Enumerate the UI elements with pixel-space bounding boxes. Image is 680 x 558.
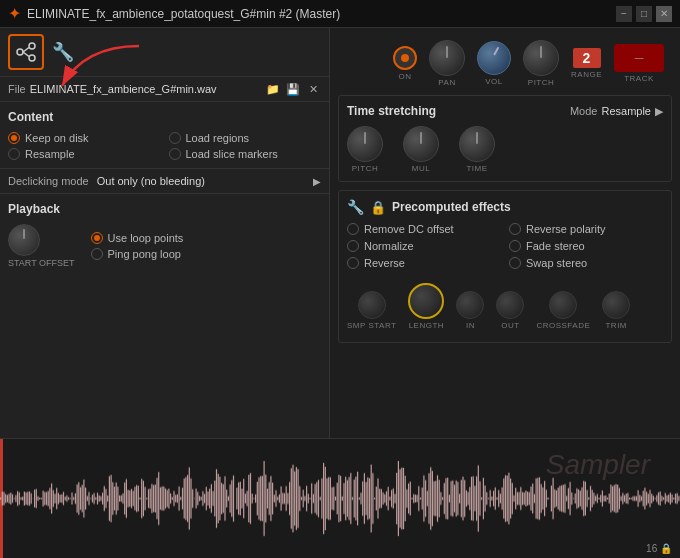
on-button[interactable] <box>393 46 417 70</box>
svg-point-3 <box>29 55 35 61</box>
normalize-option[interactable]: Normalize <box>347 240 501 252</box>
in-label: IN <box>466 321 475 330</box>
length-knob[interactable] <box>408 283 444 319</box>
vol-knob[interactable] <box>477 41 511 75</box>
ts-mul-knob[interactable] <box>403 126 439 162</box>
keep-on-disk-radio[interactable] <box>8 132 20 144</box>
declicking-dropdown-arrow[interactable]: ▶ <box>313 176 321 187</box>
swap-stereo-label: Swap stereo <box>526 257 587 269</box>
resample-option[interactable]: Resample <box>8 148 161 160</box>
remove-dc-radio[interactable] <box>347 223 359 235</box>
swap-stereo-radio[interactable] <box>509 257 521 269</box>
pan-label: PAN <box>438 78 455 87</box>
crossfade-knob[interactable] <box>549 291 577 319</box>
out-control: OUT <box>496 291 524 330</box>
crossfade-label: CROSSFADE <box>536 321 590 330</box>
load-regions-radio[interactable] <box>169 132 181 144</box>
fade-stereo-label: Fade stereo <box>526 240 585 252</box>
trim-label: TRIM <box>605 321 627 330</box>
length-label: LENGTH <box>409 321 444 330</box>
ping-pong-radio[interactable] <box>91 248 103 260</box>
reverse-polarity-option[interactable]: Reverse polarity <box>509 223 663 235</box>
logo-icon: ✦ <box>8 4 21 23</box>
load-slice-radio[interactable] <box>169 148 181 160</box>
fade-stereo-option[interactable]: Fade stereo <box>509 240 663 252</box>
window-title: ELIMINATE_fx_ambience_potatoquest_G#min … <box>27 7 340 21</box>
content-section: Content Keep on disk Load regions Resamp… <box>0 102 329 169</box>
normalize-radio[interactable] <box>347 240 359 252</box>
keep-on-disk-option[interactable]: Keep on disk <box>8 132 161 144</box>
close-button[interactable]: ✕ <box>656 6 672 22</box>
ping-pong-option[interactable]: Ping pong loop <box>91 248 184 260</box>
effects-section: 🔧 🔒 Precomputed effects Remove DC offset… <box>338 190 672 343</box>
effects-lock-icon: 🔒 <box>370 200 386 215</box>
keep-on-disk-label: Keep on disk <box>25 132 89 144</box>
settings-button[interactable]: 🔧 <box>52 41 74 63</box>
ts-pitch-label: PITCH <box>352 164 379 173</box>
ts-time-label: TIME <box>466 164 487 173</box>
use-loop-points-option[interactable]: Use loop points <box>91 232 184 244</box>
reverse-option[interactable]: Reverse <box>347 257 501 269</box>
reverse-polarity-label: Reverse polarity <box>526 223 605 235</box>
mode-label: Mode <box>570 105 598 117</box>
mode-value: Resample <box>601 105 651 117</box>
declicking-row: Declicking mode Out only (no bleeding) ▶ <box>0 169 329 194</box>
load-regions-label: Load regions <box>186 132 250 144</box>
playback-row: START OFFSET Use loop points Ping pong l… <box>8 224 321 268</box>
effects-header: 🔧 🔒 Precomputed effects <box>347 199 663 215</box>
effects-wrench-icon: 🔧 <box>347 199 364 215</box>
reverse-polarity-radio[interactable] <box>509 223 521 235</box>
fade-stereo-radio[interactable] <box>509 240 521 252</box>
smp-start-knob[interactable] <box>358 291 386 319</box>
range-label: RANGE <box>571 70 602 79</box>
load-regions-option[interactable]: Load regions <box>169 132 322 144</box>
out-label: OUT <box>501 321 519 330</box>
remove-dc-option[interactable]: Remove DC offset <box>347 223 501 235</box>
out-knob[interactable] <box>496 291 524 319</box>
ts-mul-control: MUL <box>403 126 439 173</box>
track-number: 2 <box>573 48 601 68</box>
close-file-icon[interactable]: ✕ <box>305 81 321 97</box>
ts-time-knob[interactable] <box>459 126 495 162</box>
trim-knob[interactable] <box>602 291 630 319</box>
mode-dropdown-arrow[interactable]: ▶ <box>655 105 663 118</box>
ts-header: Time stretching Mode Resample ▶ <box>347 104 663 118</box>
ts-mul-label: MUL <box>412 164 430 173</box>
load-slice-option[interactable]: Load slice markers <box>169 148 322 160</box>
minimize-button[interactable]: − <box>616 6 632 22</box>
in-knob[interactable] <box>456 291 484 319</box>
vol-control: VOL <box>477 41 511 86</box>
pitch-knob[interactable] <box>523 40 559 76</box>
pan-control: PAN <box>429 40 465 87</box>
reverse-label: Reverse <box>364 257 405 269</box>
maximize-button[interactable]: □ <box>636 6 652 22</box>
on-control: ON <box>393 46 417 81</box>
in-control: IN <box>456 291 484 330</box>
open-folder-icon[interactable]: 📁 <box>265 81 281 97</box>
use-loop-radio[interactable] <box>91 232 103 244</box>
smp-start-control: SMP START <box>347 291 396 330</box>
pan-knob[interactable] <box>429 40 465 76</box>
title-bar: ✦ ELIMINATE_fx_ambience_potatoquest_G#mi… <box>0 0 680 28</box>
resample-radio[interactable] <box>8 148 20 160</box>
swap-stereo-option[interactable]: Swap stereo <box>509 257 663 269</box>
ping-pong-label: Ping pong loop <box>108 248 181 260</box>
length-control: LENGTH <box>408 283 444 330</box>
track-control: — TRACK <box>614 44 664 83</box>
routing-button[interactable] <box>8 34 44 70</box>
reverse-radio[interactable] <box>347 257 359 269</box>
start-offset-knob[interactable] <box>8 224 40 256</box>
declicking-label: Declicking mode <box>8 175 89 187</box>
save-icon[interactable]: 💾 <box>285 81 301 97</box>
content-title: Content <box>8 110 321 124</box>
file-row: File ELIMINATE_fx_ambience_G#min.wav 📁 💾… <box>0 77 329 102</box>
ts-pitch-knob[interactable] <box>347 126 383 162</box>
sampler-label: Sampler <box>546 449 650 481</box>
svg-point-1 <box>17 49 23 55</box>
start-offset-label: START OFFSET <box>8 258 75 268</box>
vol-label: VOL <box>485 77 503 86</box>
track-button[interactable]: — <box>614 44 664 72</box>
waveform-section: Sampler 16 🔒 <box>0 438 680 558</box>
file-label: File <box>8 83 26 95</box>
ts-time-control: TIME <box>459 126 495 173</box>
